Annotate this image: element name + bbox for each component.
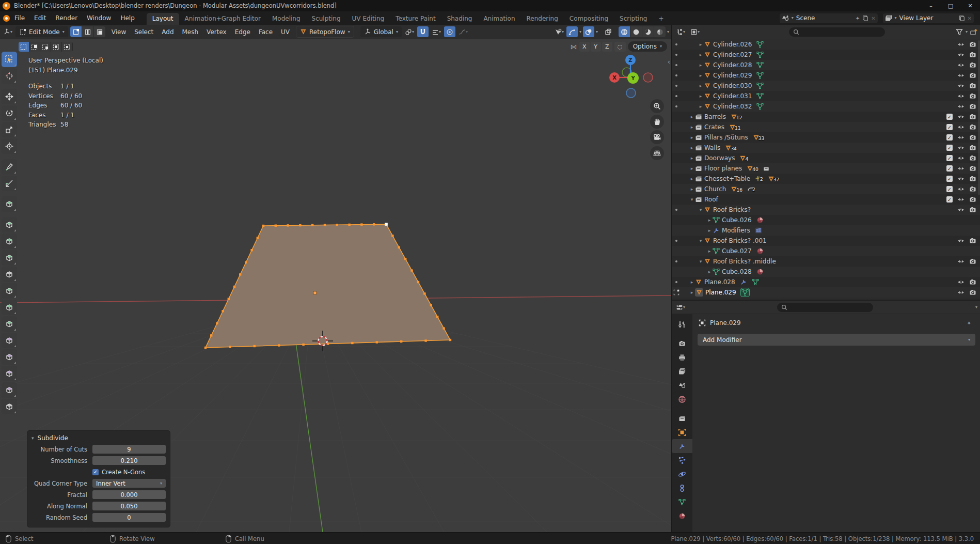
hide-viewport-toggle[interactable] bbox=[957, 175, 965, 182]
hide-viewport-toggle[interactable] bbox=[957, 185, 965, 193]
disable-render-toggle[interactable] bbox=[969, 82, 976, 89]
collection-checkbox[interactable]: ✓ bbox=[946, 124, 953, 130]
snap-settings-button[interactable]: ▾ bbox=[431, 26, 442, 37]
viewport-menu-add[interactable]: Add bbox=[157, 26, 178, 38]
force-badge-badge[interactable]: 2 bbox=[755, 176, 763, 182]
workspace-tab-animation[interactable]: Animation bbox=[478, 13, 520, 25]
select-mode-edge[interactable] bbox=[82, 26, 94, 37]
outliner-item-label[interactable]: Cube.027 bbox=[722, 247, 752, 255]
collection-sm-badge[interactable] bbox=[763, 165, 769, 172]
tool-knife[interactable] bbox=[2, 283, 17, 299]
outliner-row[interactable]: ▸Church162✓ bbox=[672, 184, 980, 194]
expand-arrow[interactable]: ▸ bbox=[689, 279, 695, 285]
disable-render-toggle[interactable] bbox=[969, 103, 976, 110]
outliner-item-label[interactable]: Cube.026 bbox=[722, 216, 752, 224]
navigation-gizmo[interactable]: Z X Y bbox=[601, 52, 658, 103]
copy-icon[interactable] bbox=[862, 15, 868, 21]
shading-dropdown[interactable]: ▾ bbox=[667, 30, 669, 34]
hide-viewport-toggle[interactable] bbox=[957, 72, 965, 79]
disable-render-toggle[interactable] bbox=[969, 206, 976, 213]
editor-type-button[interactable]: ▾ bbox=[2, 26, 13, 37]
select-mode-set-button[interactable] bbox=[19, 42, 29, 52]
array-mod-badge[interactable] bbox=[755, 227, 762, 234]
disable-render-toggle[interactable] bbox=[969, 123, 976, 131]
outliner-row[interactable]: ▸Pillars /Sütuns33✓ bbox=[672, 132, 980, 143]
outliner-row[interactable]: ▸Chesset+Table237✓ bbox=[672, 174, 980, 184]
hide-viewport-toggle[interactable] bbox=[957, 154, 965, 162]
expand-arrow[interactable]: ▸ bbox=[698, 104, 704, 109]
workspace-tab-rendering[interactable]: Rendering bbox=[521, 13, 564, 25]
view-layer-name[interactable]: View Layer bbox=[899, 14, 956, 22]
mesh-badge-badge[interactable]: 40 bbox=[747, 165, 758, 172]
tool-scale[interactable] bbox=[2, 122, 17, 137]
properties-editor-type-button[interactable]: ▾ bbox=[675, 302, 686, 313]
outliner-item-label[interactable]: Crates bbox=[704, 123, 724, 131]
workspace-tab-texture-paint[interactable]: Texture Paint bbox=[390, 13, 441, 25]
expand-arrow[interactable]: ▸ bbox=[689, 176, 695, 181]
xray-toggle[interactable] bbox=[603, 26, 614, 37]
collection-checkbox[interactable]: ✓ bbox=[946, 134, 953, 141]
object-type-visibility-button[interactable]: ▾ bbox=[554, 26, 565, 37]
outliner-display-mode-button[interactable]: ▾ bbox=[689, 26, 701, 37]
disable-render-toggle[interactable] bbox=[969, 134, 976, 141]
pin-icon[interactable]: ✦ bbox=[967, 320, 971, 326]
workspace-tab-modeling[interactable]: Modeling bbox=[266, 13, 306, 25]
disable-render-toggle[interactable] bbox=[969, 61, 976, 69]
outliner-row[interactable]: ▸Cube.027 bbox=[672, 246, 980, 256]
mesh-obj-icon[interactable] bbox=[704, 82, 711, 89]
close-icon[interactable]: ✕ bbox=[871, 15, 875, 21]
proportional-editing-toggle[interactable] bbox=[444, 26, 455, 37]
properties-tab-modifiers[interactable] bbox=[672, 439, 692, 453]
outliner-row[interactable]: ▸Floor planes40✓ bbox=[672, 163, 980, 174]
tool-rip-region[interactable] bbox=[2, 399, 17, 414]
outliner-item-label[interactable]: Roof Bricks? .middle bbox=[713, 258, 776, 265]
outliner-item-label[interactable]: Roof Bricks? bbox=[713, 206, 751, 213]
disable-render-toggle[interactable] bbox=[969, 41, 976, 48]
tool-bevel[interactable] bbox=[2, 250, 17, 266]
collection-icon[interactable] bbox=[695, 123, 702, 131]
properties-options-dropdown[interactable]: ▾ bbox=[975, 305, 977, 309]
tool-edge-slide[interactable] bbox=[2, 349, 17, 365]
outliner-row[interactable]: ▸Cylinder.028 bbox=[672, 60, 980, 70]
pin-icon[interactable]: ✦ bbox=[856, 15, 860, 21]
outliner-item-label[interactable]: Doorways bbox=[704, 154, 735, 162]
outliner-item-label[interactable]: Plane.028 bbox=[704, 278, 735, 286]
retopoflow-menu[interactable]: RetopoFlow ▾ bbox=[296, 26, 354, 38]
shading-wireframe-button[interactable] bbox=[619, 26, 630, 37]
mesh-badge-badge[interactable]: 33 bbox=[753, 134, 764, 141]
outliner-row[interactable]: ▸Cylinder.027 bbox=[672, 50, 980, 60]
outliner-item-label[interactable]: Cylinder.032 bbox=[713, 103, 752, 110]
hide-viewport-toggle[interactable] bbox=[957, 206, 965, 213]
disable-render-toggle[interactable] bbox=[969, 113, 976, 120]
mesh-data-badge[interactable] bbox=[756, 41, 764, 48]
disable-render-toggle[interactable] bbox=[969, 92, 976, 100]
outliner-row[interactable]: ▸Plane.028 bbox=[672, 277, 980, 287]
properties-tab-physics[interactable] bbox=[672, 467, 692, 481]
outliner-item-label[interactable]: Roof Bricks? .001 bbox=[713, 237, 767, 244]
mesh-obj-icon[interactable] bbox=[704, 258, 711, 265]
collection-icon[interactable] bbox=[695, 134, 702, 141]
outliner-item-label[interactable]: Cylinder.026 bbox=[713, 41, 752, 48]
field-random-seed[interactable]: 0 bbox=[92, 513, 166, 522]
proportional-falloff-button[interactable]: ▾ bbox=[457, 26, 469, 37]
collection-checkbox[interactable]: ✓ bbox=[946, 186, 953, 192]
workspace-tab-sculpting[interactable]: Sculpting bbox=[306, 13, 346, 25]
scene-name[interactable]: Scene bbox=[796, 14, 853, 22]
mesh-badge-badge[interactable]: 4 bbox=[739, 155, 748, 162]
mode-selector[interactable]: Edit Mode ▾ bbox=[15, 26, 68, 37]
outliner-item-label[interactable]: Barrels bbox=[704, 113, 726, 120]
expand-arrow[interactable]: ▸ bbox=[706, 217, 713, 223]
viewport-menu-vertex[interactable]: Vertex bbox=[202, 26, 231, 38]
mesh-data-badge[interactable] bbox=[756, 51, 764, 58]
tool-spin[interactable] bbox=[2, 316, 17, 332]
collection-icon[interactable] bbox=[695, 185, 702, 193]
outliner-item-label[interactable]: Chesset+Table bbox=[704, 175, 750, 182]
tool-cursor[interactable] bbox=[2, 68, 17, 84]
hide-viewport-toggle[interactable] bbox=[957, 123, 965, 131]
perspective-toggle-button[interactable] bbox=[650, 146, 664, 160]
mesh-data-badge[interactable] bbox=[756, 72, 764, 79]
disable-render-toggle[interactable] bbox=[969, 72, 976, 79]
select-mode-intersect-button[interactable] bbox=[62, 42, 73, 52]
close-button[interactable]: ✕ bbox=[960, 0, 980, 11]
outliner-row[interactable]: ▸Barrels12✓ bbox=[672, 112, 980, 122]
